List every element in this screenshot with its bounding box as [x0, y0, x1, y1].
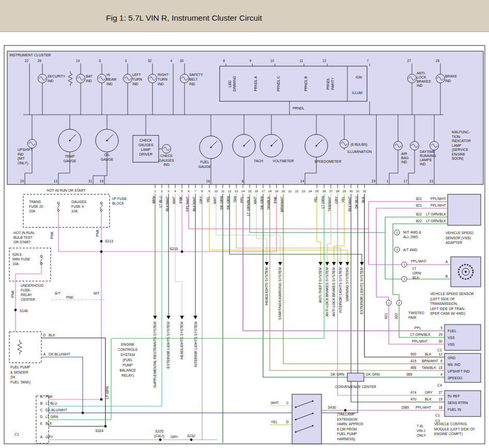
- label-14: 14: [241, 190, 245, 193]
- label-a: A: [40, 435, 43, 439]
- label-28: 28: [436, 59, 440, 63]
- gauge-pivot-icon: [210, 146, 211, 148]
- gauge-pivot-icon: [106, 140, 108, 141]
- label-12: 12: [323, 59, 327, 63]
- label-gry: GRY: [45, 435, 53, 439]
- label-dk-grn: DK GRN: [220, 196, 223, 210]
- label-18: 18: [268, 190, 272, 193]
- label-23: 23: [302, 190, 305, 193]
- label-30: 30: [180, 59, 184, 63]
- label-dk-grn: DK GRN: [260, 196, 264, 210]
- label-10: 10: [270, 59, 274, 63]
- label-supplemental-restraints-system: SUPPLEMENTAL RESTRAINTS SYSTEM: [153, 321, 157, 388]
- system-arrow-icon: [153, 316, 157, 319]
- label-20: 20: [20, 179, 24, 183]
- label-ign: IGN: [356, 75, 362, 79]
- label-m-t-4wd-all-2wd: M/T 4WD &ALL 2WD: [403, 230, 421, 239]
- label-pnk: PNK: [273, 196, 277, 203]
- label-30: 30: [438, 339, 442, 343]
- splice-dot: [104, 425, 107, 428]
- system-arrow-icon: [166, 316, 171, 319]
- label-6-bulbs: (6 BULBS): [350, 143, 367, 147]
- label-c4: C4: [437, 383, 442, 387]
- splice-dot: [82, 412, 84, 414]
- label-prndl-b: PRNDL B: [304, 76, 308, 91]
- label-28: 28: [336, 190, 340, 193]
- label-illumination: ILLUMINATION: [347, 150, 372, 153]
- label-hot-in-run-bulb-test-or-start: HOT IN RUN,BULB TESTOR START: [13, 231, 35, 244]
- label-headlights-system: HEADLIGHTS SYSTEM: [265, 267, 268, 305]
- label-s325-cali: S325(CALI): [154, 429, 164, 438]
- label-1: 1: [154, 190, 156, 193]
- label-822: 822: [416, 219, 422, 223]
- label-17: 17: [262, 190, 265, 193]
- label-hot-in-run-or-start: HOT IN RUN OR START: [47, 189, 85, 192]
- label-s215: S215: [170, 247, 178, 251]
- label-4: 4: [440, 373, 442, 376]
- label-7-4l-vin-j-only: 7.4LVIN JONLY: [417, 424, 426, 437]
- system-arrow-icon: [360, 262, 364, 266]
- switch-contact-icon: [295, 431, 297, 433]
- label-24: 24: [309, 190, 312, 193]
- wire-dkblu-85: [49, 194, 358, 413]
- label-31: 31: [88, 179, 93, 183]
- label-vehicle-control-module-left-side-o: VEHICLE CONTROLMODULE (LEFT SIDE OFENGIN…: [434, 422, 475, 436]
- label-dk-blu: DK BLU: [355, 196, 358, 209]
- label-underhood-fuse-relay-center: UNDERHOODFUSE-RELAYCENTER: [21, 284, 44, 301]
- label-6: 6: [241, 179, 243, 183]
- label-9: 9: [249, 59, 251, 63]
- label-fuel-in: FUEL IN: [448, 408, 461, 411]
- label-exterior-lights-system: EXTERIOR LIGHTS SYSTEM: [166, 321, 170, 368]
- label-tach: TACH: [254, 159, 263, 163]
- label-470: 470: [410, 397, 417, 401]
- label-c1: C1: [437, 348, 442, 352]
- label-lt-blu: LT BLU: [159, 196, 162, 208]
- label-7: 7: [194, 190, 196, 193]
- label-7: 7: [366, 59, 369, 63]
- label-8: 8: [223, 59, 225, 63]
- label-13: 13: [54, 179, 58, 183]
- label-474: 474: [410, 391, 417, 394]
- label-pnk: PNK: [45, 395, 53, 398]
- splice-dot: [159, 439, 162, 441]
- label-warning-systems: WARNING SYSTEMS: [345, 267, 349, 302]
- splice-dot: [100, 240, 103, 243]
- label-9: 9: [208, 190, 210, 193]
- label-c: C: [286, 401, 289, 405]
- label-brn-wht: BRN/WHT: [422, 359, 438, 363]
- fuse-terminal-icon: [57, 202, 59, 204]
- label-dk-grn: DK GRN: [331, 373, 345, 376]
- label-2: 2: [398, 301, 400, 304]
- convenience-center-box: [347, 373, 364, 381]
- label-17: 17: [404, 179, 408, 183]
- label-d: D: [43, 333, 46, 337]
- label-s232: S232: [187, 434, 195, 438]
- system-arrow-icon: [193, 316, 197, 319]
- system-arrow-icon: [180, 316, 184, 319]
- label-wht: WHT: [253, 196, 257, 204]
- label-ppl-wht: PPL/WHT: [416, 406, 431, 409]
- label-19: 19: [438, 397, 442, 401]
- label-d: D: [286, 420, 289, 424]
- label-821: 821: [416, 197, 422, 200]
- label-vss: VSS: [448, 336, 455, 339]
- label-5v-ref: 5V REF: [448, 394, 460, 398]
- label-ppl: PPL: [240, 196, 243, 203]
- label-tan-blk: TAN/BLK: [267, 196, 270, 210]
- label-lt-grn: LT GRN: [45, 415, 58, 419]
- label-ppl-wht: PPL/WHT: [431, 197, 446, 200]
- label-s430: S430: [328, 406, 336, 409]
- label-29: 29: [438, 333, 442, 336]
- label-speedometer: SPEEDOMETER: [314, 160, 341, 163]
- label-yel: YEL: [314, 196, 317, 203]
- switch-contact-icon: [312, 413, 314, 414]
- label-13: 13: [235, 190, 238, 193]
- label-18: 18: [438, 406, 442, 409]
- label-sens-rtrn: SENS RTRN: [448, 401, 468, 405]
- label-d: D: [40, 415, 43, 419]
- label-brn: BRN: [152, 196, 156, 204]
- label-taillamp-extension-harn-approx-6-c: (TAILLAMPEXTENSIONHARN, APPROX6 CM FROMF…: [337, 412, 363, 441]
- label-convenience-center: CONVENIENCE CENTER: [335, 385, 376, 389]
- label-led: LED: [228, 80, 232, 87]
- label-c1: C1: [14, 432, 19, 436]
